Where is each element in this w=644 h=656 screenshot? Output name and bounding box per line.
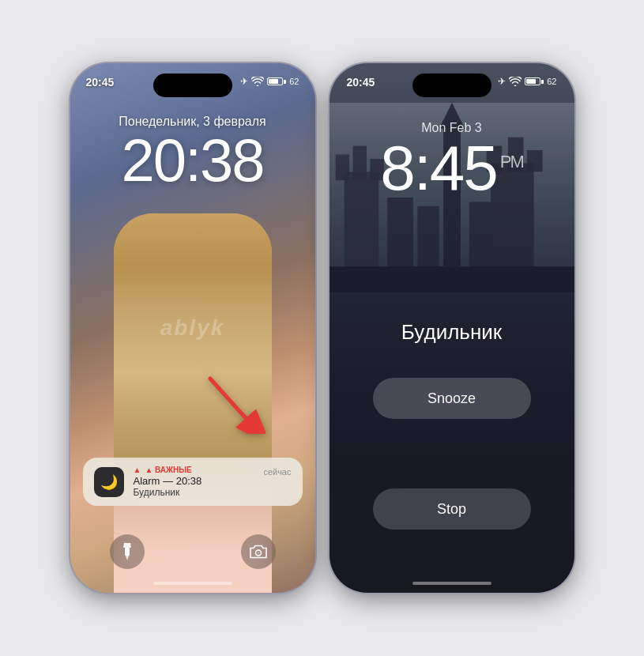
left-phone: ablyk 20:45 ✈ 62 Понедельник, 3 февраля … — [70, 63, 315, 593]
camera-button[interactable] — [241, 534, 276, 569]
svg-rect-17 — [417, 206, 439, 275]
notification-app-icon: 🌙 — [94, 467, 124, 497]
lock-time-display: 20:38 — [70, 130, 315, 190]
alarm-actions-area: Будильник Snooze Stop — [330, 320, 574, 530]
notification-time: сейчас — [263, 466, 291, 477]
svg-rect-16 — [387, 198, 413, 275]
notification-important-label: ▲ ▲ ВАЖНЫЕ — [134, 466, 254, 474]
right-phone: 20:45 ✈ 62 Mon Feb 3 8:45PM Будильник Sn… — [330, 63, 574, 593]
battery-percent: 62 — [289, 77, 299, 86]
alarm-wifi-icon — [509, 77, 522, 86]
svg-rect-2 — [125, 548, 130, 556]
alarm-status-icons: ✈ 62 — [498, 76, 556, 87]
lock-date-time-area: Понедельник, 3 февраля 20:38 — [70, 107, 315, 190]
svg-point-4 — [258, 552, 259, 554]
alarm-status-time: 20:45 — [347, 76, 375, 89]
alarm-home-indicator — [412, 582, 491, 585]
notification-content: ▲ ▲ ВАЖНЫЕ Alarm — 20:38 Будильник — [134, 466, 254, 498]
notification-subtitle: Будильник — [134, 487, 254, 498]
battery-icon — [267, 77, 286, 85]
alarm-time-display: 8:45PM — [330, 137, 574, 200]
watermark: ablyk — [160, 315, 225, 341]
status-icons: ✈ 62 — [240, 76, 299, 87]
lock-bottom-bar — [70, 534, 315, 569]
alarm-period: PM — [500, 152, 523, 172]
home-indicator — [153, 582, 232, 585]
alarm-date-time-area: Mon Feb 3 8:45PM — [330, 107, 574, 200]
moon-icon: 🌙 — [100, 473, 118, 491]
alarm-battery-percent: 62 — [547, 77, 556, 86]
alarm-battery-icon — [525, 77, 544, 85]
svg-rect-18 — [469, 202, 490, 275]
warning-icon: ▲ — [134, 466, 141, 474]
airplane-icon: ✈ — [240, 76, 248, 87]
alarm-title: Будильник — [401, 320, 502, 345]
snooze-button[interactable]: Snooze — [373, 378, 531, 419]
status-time: 20:45 — [86, 76, 115, 89]
alarm-airplane-icon: ✈ — [498, 76, 506, 87]
svg-rect-19 — [330, 266, 574, 292]
alarm-status-bar: 20:45 ✈ 62 — [330, 63, 574, 107]
notification-title: Alarm — 20:38 — [134, 475, 254, 487]
notification-banner[interactable]: 🌙 ▲ ▲ ВАЖНЫЕ Alarm — 20:38 Будильник сей… — [83, 458, 303, 506]
svg-line-1 — [210, 379, 246, 418]
stop-button[interactable]: Stop — [373, 488, 531, 530]
status-bar: 20:45 ✈ 62 — [70, 63, 315, 107]
wifi-icon — [251, 77, 264, 86]
flashlight-button[interactable] — [110, 534, 145, 569]
